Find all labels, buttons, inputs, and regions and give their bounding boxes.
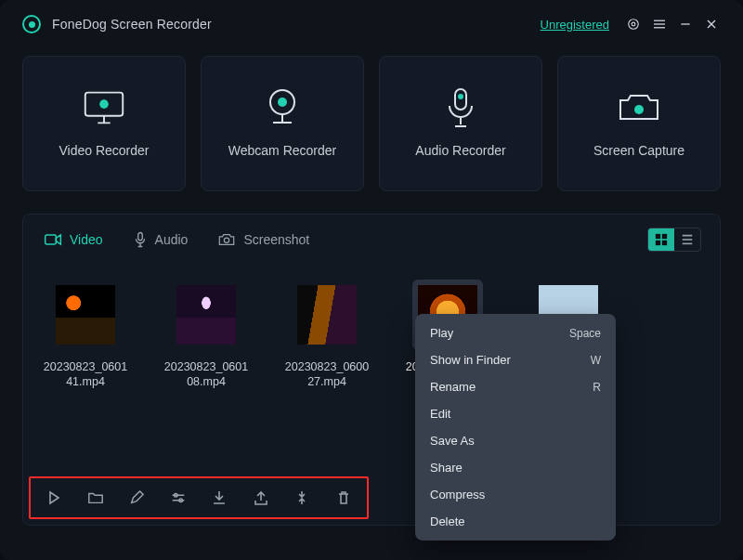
folder-icon [87,490,104,505]
tab-screenshot[interactable]: Screenshot [215,228,311,251]
monitor-record-icon [80,88,128,127]
mode-audio-recorder[interactable]: Audio Recorder [379,56,542,191]
menu-item-share[interactable]: Share [415,454,616,481]
media-filename: 20230823_060108.mp4 [163,359,250,390]
menu-label: Edit [430,407,450,421]
svg-point-19 [225,238,229,242]
menu-label: Show in Finder [430,353,511,367]
mode-label: Screen Capture [593,143,684,158]
share-icon [254,489,268,506]
menu-item-delete[interactable]: Delete [415,508,616,535]
menu-shortcut: W [591,354,601,367]
close-icon [704,17,719,32]
play-icon [46,490,61,505]
menu-item-compress[interactable]: Compress [415,481,616,508]
save-button[interactable] [205,482,234,514]
media-item[interactable]: 20230823_060027.mp4 [283,280,371,390]
hamburger-icon [651,16,668,33]
tab-video[interactable]: Video [42,228,105,251]
svg-rect-23 [662,240,667,244]
edit-icon [129,490,144,505]
compress-icon [294,489,309,506]
menu-label: Compress [430,488,485,501]
thumbnail [56,285,115,345]
app-title: FoneDog Screen Recorder [52,17,212,32]
svg-point-15 [458,94,463,99]
menu-label: Share [430,461,463,475]
menu-label: Rename [430,380,476,394]
mode-video-recorder[interactable]: Video Recorder [22,56,186,191]
compress-button[interactable] [288,482,317,514]
menu-shortcut: Space [569,327,601,340]
delete-button[interactable] [330,482,358,514]
mode-label: Audio Recorder [415,143,505,158]
tab-audio[interactable]: Audio [131,228,190,252]
svg-point-13 [278,98,287,107]
menu-item-save-as[interactable]: Save As [415,427,616,454]
grid-icon [655,233,668,246]
microphone-icon [442,85,479,130]
menu-item-play[interactable]: Play Space [415,319,616,346]
media-filename: 20230823_060027.mp4 [283,359,371,390]
svg-rect-22 [656,240,660,244]
svg-point-11 [99,99,109,109]
media-filename: 20230823_060141.mp4 [42,359,129,390]
media-item[interactable]: 20230823_060108.mp4 [163,280,250,390]
menu-item-rename[interactable]: Rename R [415,373,616,400]
microphone-small-icon [133,231,148,248]
menu-label: Delete [430,514,465,528]
share-button[interactable] [247,482,276,514]
menu-item-show-in-finder[interactable]: Show in Finder W [415,346,616,373]
library-tabs: Video Audio Screenshot [23,215,720,265]
gear-icon [625,16,642,33]
mode-webcam-recorder[interactable]: Webcam Recorder [201,56,364,191]
svg-point-1 [632,22,635,26]
menu-label: Save As [430,434,475,448]
app-logo-icon [22,15,41,33]
minimize-icon [678,17,693,32]
menu-item-edit[interactable]: Edit [415,400,616,427]
play-button[interactable] [40,482,69,514]
list-icon [681,233,694,246]
trash-icon [336,489,351,506]
thumbnail [176,285,236,345]
grid-view-button[interactable] [648,228,674,251]
svg-rect-18 [137,232,142,240]
unregistered-link[interactable]: Unregistered [541,18,609,32]
webcam-icon [260,85,305,130]
media-item[interactable]: 20230823_060141.mp4 [42,280,129,390]
mode-screen-capture[interactable]: Screen Capture [557,56,721,191]
svg-rect-17 [46,235,57,244]
download-icon [212,489,227,506]
mode-label: Video Recorder [59,143,149,158]
open-folder-button[interactable] [82,482,111,514]
edit-button[interactable] [123,482,151,514]
sliders-icon [170,490,187,505]
camera-small-icon [217,232,236,247]
camera-icon [615,89,663,126]
app-window: FoneDog Screen Recorder Unregistered [0,0,743,560]
settings-button[interactable] [620,11,646,37]
tab-label: Video [70,232,103,247]
tab-label: Screenshot [243,232,309,247]
menu-button[interactable] [646,11,672,37]
context-menu: Play Space Show in Finder W Rename R Edi… [415,314,616,540]
minimize-button[interactable] [672,11,698,37]
menu-label: Play [430,326,453,340]
thumbnail [297,285,357,345]
tab-label: Audio [155,232,189,247]
mode-label: Webcam Recorder [228,143,336,158]
media-toolbar [29,476,369,519]
svg-rect-21 [662,233,667,238]
svg-rect-20 [656,233,660,238]
menu-shortcut: R [593,381,601,394]
list-view-button[interactable] [674,228,700,251]
svg-point-0 [629,20,639,30]
mode-cards: Video Recorder Webcam Recorder Audio R [0,48,743,214]
view-toggle [647,228,701,252]
titlebar: FoneDog Screen Recorder Unregistered [0,0,743,48]
close-button[interactable] [698,11,724,37]
svg-point-16 [634,105,644,114]
video-camera-icon [44,232,62,247]
adjust-button[interactable] [164,482,193,514]
